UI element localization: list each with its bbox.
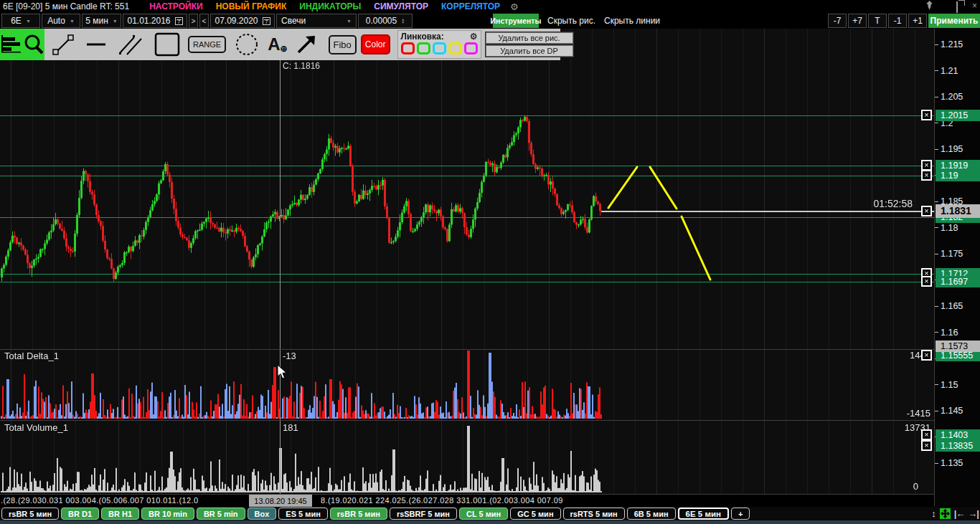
calendar-icon[interactable] (175, 17, 183, 25)
color-tool[interactable]: Color (361, 34, 390, 54)
level-checkbox[interactable]: × (921, 350, 932, 361)
link-color-swatch[interactable] (464, 42, 478, 54)
nav-button[interactable]: T (868, 14, 887, 28)
instruments-button[interactable]: Инструменты (493, 14, 539, 28)
timeframe-value: 5 мин (85, 16, 108, 26)
link-color-swatch[interactable] (417, 42, 430, 54)
nav-button[interactable]: -1 (888, 14, 907, 28)
chart-toolbar: 6E▼ Auto▼ 5 мин▼ 01.01.2016 > < 07.09.20… (0, 13, 980, 29)
zoom-icon[interactable] (23, 34, 44, 55)
chevron-down-icon: ▼ (70, 19, 75, 24)
chart-tab[interactable]: CL 5 мин (459, 508, 508, 520)
delete-all-dp-button[interactable]: Удалить все DP (486, 45, 573, 57)
plus-circle-icon: ⊕ (280, 44, 287, 54)
minimize-icon[interactable] (941, 2, 949, 9)
chart-tab[interactable]: rsBR 5 мин (1, 508, 59, 520)
nav-button[interactable]: +1 (908, 14, 927, 28)
scroll-left-icon[interactable]: |← (954, 508, 965, 519)
close-icon[interactable]: × (972, 2, 977, 9)
window-bottom-edge (0, 520, 980, 524)
chart-canvas[interactable] (0, 29, 934, 495)
chart-tab[interactable]: rsRTS 5 мин (563, 508, 625, 520)
chart-tab[interactable]: BR D1 (61, 508, 99, 520)
date-prev-button[interactable]: < (199, 14, 209, 28)
level-checkbox[interactable]: × (921, 276, 932, 287)
level-checkbox[interactable]: × (921, 206, 932, 216)
chart-type-select[interactable]: Свечи▼ (276, 14, 357, 28)
trendline-tool[interactable] (52, 33, 74, 56)
rectangle-tool[interactable] (154, 32, 180, 57)
nav-button[interactable]: +7 (848, 14, 867, 28)
profile-bars-icon[interactable] (0, 34, 23, 55)
expand-icon[interactable] (940, 508, 951, 519)
price-tick: 1.16 (935, 328, 958, 338)
chart-tab[interactable]: rsBR 5 мин (330, 508, 387, 520)
chart-tab[interactable]: + (731, 508, 750, 520)
fibo-tool[interactable]: Fibo (329, 35, 357, 54)
link-color-swatch[interactable] (433, 42, 446, 54)
scale-updown-icon[interactable]: ↕ (931, 508, 936, 519)
settings-gear-icon[interactable]: ⚙ (510, 1, 519, 12)
chart-tab[interactable]: rsSBRF 5 мин (390, 508, 457, 520)
spinner-down-icon[interactable]: ▼ (401, 21, 405, 24)
chart-tab[interactable]: BR 10 min (141, 508, 194, 520)
menu-item[interactable]: СИМУЛЯТОР (374, 1, 428, 11)
time-axis-labels-right: 8.(19.020.021 224.025.(26.027.028 331.00… (321, 496, 563, 505)
price-tick: 1.215 (935, 39, 963, 49)
range-tool[interactable]: RANGE (188, 36, 226, 53)
price-tick: 1.175 (935, 249, 963, 259)
text-tool[interactable]: A⊕ (268, 34, 287, 54)
level-checkbox[interactable]: × (921, 160, 932, 171)
apply-button[interactable]: Применить (928, 14, 980, 28)
hide-drawings-button[interactable]: Скрыть рис. (547, 16, 595, 26)
level-checkbox[interactable]: × (921, 429, 932, 440)
title-bar: 6E [09-20] 5 мин Candle RT: 551 НАСТРОЙК… (0, 0, 980, 13)
chart-tab[interactable]: ES 5 мин (278, 508, 327, 520)
chart-tab[interactable]: GC 5 мин (510, 508, 560, 520)
chart-type-value: Свечи (281, 16, 306, 26)
mode-value: Auto (47, 16, 65, 26)
date-next-button[interactable]: > (189, 14, 198, 28)
menu-item[interactable]: НОВЫЙ ГРАФИК (216, 1, 287, 11)
price-tick: 1.21 (935, 66, 958, 76)
scroll-right-icon[interactable]: →| (968, 508, 979, 519)
restore-icon[interactable] (956, 2, 965, 9)
menu-item[interactable]: ИНДИКАТОРЫ (299, 1, 361, 11)
volume-cursor-value: 181 (283, 422, 298, 433)
chart-tab[interactable]: 6E 5 мин (678, 508, 729, 520)
date-to-field[interactable]: 07.09.2020 (210, 14, 275, 28)
drawing-toolbar: RANGE A⊕ Fibo Color Линковка: ⚙ Удалить … (0, 29, 560, 60)
time-axis[interactable]: .(28.(29.030.031 003.004.(05.006.007 010… (0, 495, 934, 507)
nav-button[interactable]: -7 (828, 14, 847, 28)
link-gear-icon[interactable]: ⚙ (470, 32, 478, 42)
link-color-swatch[interactable] (401, 42, 415, 54)
level-checkbox[interactable]: × (921, 170, 932, 181)
bar-nav-cluster: -7+7T-1+1 (826, 14, 927, 28)
level-checkbox[interactable]: × (921, 110, 932, 120)
ellipse-tool[interactable] (234, 32, 260, 57)
date-from-field[interactable]: 01.01.2016 (123, 14, 187, 28)
menu-item[interactable]: КОРРЕЛЯТОР (441, 1, 500, 11)
horizontal-line-tool[interactable] (85, 33, 107, 56)
chart-tab[interactable]: BR H1 (101, 508, 139, 520)
arrow-tool[interactable] (296, 34, 317, 55)
price-axis[interactable]: 1.2151.211.2051.21.1951.191.1851.181.175… (934, 29, 980, 506)
chart-tab[interactable]: BR 5 min (197, 508, 245, 520)
chart-tab[interactable]: Box (248, 508, 277, 520)
delete-all-drawings-button[interactable]: Удалить все рис. (486, 32, 573, 44)
date-from-value: 01.01.2016 (127, 16, 170, 26)
chevron-down-icon: ▼ (347, 19, 352, 24)
calendar-icon[interactable] (263, 17, 270, 25)
parallel-lines-tool[interactable] (118, 33, 143, 56)
hide-lines-button[interactable]: Скрыть линии (604, 16, 660, 26)
symbol-select[interactable]: 6E▼ (1, 14, 40, 28)
mode-select[interactable]: Auto▼ (42, 14, 80, 28)
pin-icon[interactable] (925, 1, 933, 10)
link-color-swatch[interactable] (448, 42, 462, 54)
level-checkbox[interactable]: × (921, 440, 932, 451)
chart-tab[interactable]: 6B 5 мин (627, 508, 676, 520)
tick-size-stepper[interactable]: 0.00005 ▲▼ (358, 14, 413, 28)
window-controls: × (925, 1, 977, 10)
timeframe-select[interactable]: 5 мин▼ (82, 14, 121, 28)
menu-item[interactable]: НАСТРОЙКИ (149, 1, 202, 11)
